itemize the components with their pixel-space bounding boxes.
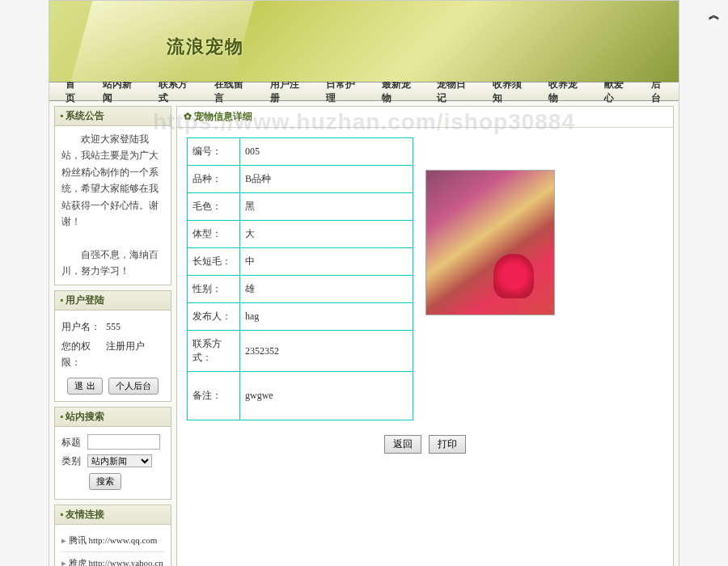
field-label: 长短毛： [188,248,240,276]
banner: 流浪宠物 [49,1,679,82]
field-value: 雄 [240,276,413,303]
back-button[interactable]: 返回 [384,435,421,454]
links-title: 友情连接 [55,505,171,525]
nav-guestbook[interactable]: 在线留言 [205,78,260,105]
notice-title: 系统公告 [55,107,171,126]
table-row: 品种：B品种 [188,166,413,193]
logout-button[interactable]: 退 出 [67,378,102,395]
content-title: 宠物信息详细 [177,107,673,128]
field-value: B品种 [240,166,413,193]
nav-donate[interactable]: 献爱心 [595,78,641,105]
field-value: 中 [240,248,413,276]
link-item[interactable]: 雅虎 http://www.yahoo.cn [61,552,164,566]
main-container: 流浪宠物 首页 站内新闻 联系方式 在线留言 用户注册 日常护理 最新宠物 宠物… [49,0,679,566]
search-button[interactable]: 搜索 [89,473,121,490]
ucenter-button[interactable]: 个人后台 [108,378,159,395]
field-value: 2352352 [240,331,413,372]
field-value: gwgwe [240,372,413,420]
nav-care[interactable]: 日常护理 [316,78,372,105]
notice-text-2: 自强不息，海纳百川，努力学习！ [61,247,164,280]
table-row: 体型：大 [188,221,413,248]
table-row: 联系方式：2352352 [188,331,413,372]
table-row: 编号：005 [188,138,413,166]
nav-adopt-notice[interactable]: 收养须知 [483,78,539,105]
login-perm-value: 注册用户 [106,338,164,371]
login-perm-label: 您的权限： [61,338,106,371]
table-row: 性别：雄 [188,276,413,303]
field-label: 编号： [188,138,240,166]
table-row: 备注：gwgwe [188,372,413,420]
field-label: 体型： [188,221,240,248]
table-row: 毛色：黑 [188,193,413,221]
link-item[interactable]: 腾讯 http://www.qq.com [61,530,164,552]
field-label: 品种： [188,166,240,193]
pet-photo [425,170,555,315]
login-panel: 用户登陆 用户名： 555 您的权限： 注册用户 退 出 个人后台 [54,290,171,402]
login-title: 用户登陆 [55,291,171,310]
table-row: 发布人：hag [188,303,413,331]
search-title: 站内搜索 [55,408,171,427]
notice-panel: 系统公告 欢迎大家登陆我站，我站主要是为广大粉丝精心制作的一个系统，希望大家能够… [54,106,171,285]
links-panel: 友情连接 腾讯 http://www.qq.com 雅虎 http://www.… [54,505,171,566]
main-area: 系统公告 欢迎大家登陆我站，我站主要是为广大粉丝精心制作的一个系统，希望大家能够… [49,101,679,566]
nav-admin[interactable]: 后台 [641,78,679,105]
field-label: 性别： [188,276,240,303]
nav-latest[interactable]: 最新宠物 [372,78,428,105]
nav-diary[interactable]: 宠物日记 [427,78,483,105]
content-panel: 宠物信息详细 编号：005 品种：B品种 毛色：黑 体型：大 长短毛：中 性别：… [176,106,674,566]
search-type-label: 类别 [61,453,84,469]
table-row: 长短毛：中 [188,248,413,276]
login-user-label: 用户名： [61,319,106,335]
field-value: 黑 [240,193,413,221]
site-title: 流浪宠物 [167,35,244,59]
field-label: 联系方式： [188,331,240,372]
field-label: 发布人： [188,303,240,331]
detail-table: 编号：005 品种：B品种 毛色：黑 体型：大 长短毛：中 性别：雄 发布人：h… [187,137,413,420]
field-value: 大 [240,221,413,248]
nav-contact[interactable]: 联系方式 [149,78,205,105]
search-title-label: 标题 [61,434,84,450]
login-user-value: 555 [106,319,164,335]
sidebar: 系统公告 欢迎大家登陆我站，我站主要是为广大粉丝精心制作的一个系统，希望大家能够… [54,106,171,566]
print-button[interactable]: 打印 [429,435,466,454]
field-value: hag [240,303,413,331]
search-title-input[interactable] [87,434,160,450]
field-label: 备注： [188,372,240,420]
main-nav: 首页 站内新闻 联系方式 在线留言 用户注册 日常护理 最新宠物 宠物日记 收养… [49,82,679,101]
field-label: 毛色： [188,193,240,221]
nav-news[interactable]: 站内新闻 [93,78,149,105]
nav-adopt[interactable]: 收养宠物 [539,78,595,105]
scroll-top-icon[interactable]: ︽ [709,8,720,23]
field-value: 005 [240,138,413,166]
search-type-select[interactable]: 站内新闻 [87,454,152,467]
links-list: 腾讯 http://www.qq.com 雅虎 http://www.yahoo… [61,530,164,566]
notice-text-1: 欢迎大家登陆我站，我站主要是为广大粉丝精心制作的一个系统，希望大家能够在我站获得… [61,131,164,230]
nav-register[interactable]: 用户注册 [260,78,316,105]
nav-home[interactable]: 首页 [56,78,93,105]
search-panel: 站内搜索 标题 类别 站内新闻 搜索 [54,407,171,501]
